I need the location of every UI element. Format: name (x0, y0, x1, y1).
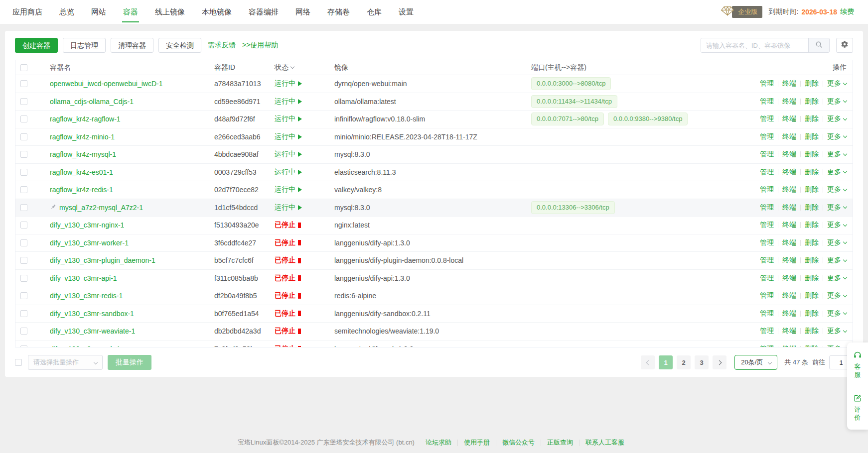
action-delete[interactable]: 删除 (805, 132, 819, 141)
action-manage[interactable]: 管理 (760, 309, 774, 318)
action-more[interactable]: 更多 (827, 238, 847, 247)
customer-service-button[interactable]: 客服 (853, 348, 862, 381)
action-manage[interactable]: 管理 (760, 221, 774, 229)
renew-link[interactable]: 续费 (840, 7, 854, 16)
action-delete[interactable]: 删除 (805, 168, 819, 177)
page-button-3[interactable]: 3 (695, 355, 709, 369)
nav-tab-7[interactable]: 容器编排 (249, 0, 279, 24)
row-checkbox[interactable] (20, 80, 27, 87)
container-name-link[interactable]: dify_v130_c3mr-sandbox-1 (50, 310, 134, 318)
action-more[interactable]: 更多 (827, 168, 847, 177)
action-manage[interactable]: 管理 (760, 327, 774, 336)
action-delete[interactable]: 删除 (805, 238, 819, 247)
nav-tab-1[interactable]: 应用商店 (12, 0, 42, 24)
batch-action-select[interactable]: 请选择批量操作 (28, 355, 103, 370)
row-checkbox[interactable] (20, 115, 27, 122)
prev-page-button[interactable] (641, 355, 655, 369)
action-terminal[interactable]: 终端 (782, 344, 796, 347)
action-more[interactable]: 更多 (827, 97, 847, 106)
action-manage[interactable]: 管理 (760, 132, 774, 141)
container-name-link[interactable]: ragflow_kr4z-minio-1 (50, 133, 115, 141)
status-badge[interactable]: 已停止 (275, 344, 301, 347)
nav-tab-9[interactable]: 存储卷 (327, 0, 350, 24)
action-manage[interactable]: 管理 (760, 203, 774, 212)
action-delete[interactable]: 删除 (805, 309, 819, 318)
container-name-link[interactable]: dify_v130_c3mr-api-1 (50, 274, 117, 282)
action-delete[interactable]: 删除 (805, 221, 819, 229)
container-name-link[interactable]: ragflow_kr4z-es01-1 (50, 168, 113, 176)
action-more[interactable]: 更多 (827, 221, 847, 229)
action-manage[interactable]: 管理 (760, 97, 774, 106)
security-check-button[interactable]: 安全检测 (158, 38, 201, 53)
status-badge[interactable]: 已停止 (275, 256, 301, 265)
action-terminal[interactable]: 终端 (782, 238, 796, 247)
container-name-link[interactable]: mysql_a7z2-mysql_A7z2-1 (59, 204, 143, 212)
nav-tab-5[interactable]: 线上镜像 (155, 0, 185, 24)
action-terminal[interactable]: 终端 (782, 114, 796, 123)
container-name-link[interactable]: ollama_cdjs-ollama_Cdjs-1 (50, 98, 134, 106)
status-badge[interactable]: 已停止 (275, 327, 301, 336)
status-badge[interactable]: 运行中 (275, 168, 302, 177)
action-more[interactable]: 更多 (827, 309, 847, 318)
action-manage[interactable]: 管理 (760, 168, 774, 177)
status-badge[interactable]: 运行中 (275, 185, 302, 194)
page-button-2[interactable]: 2 (677, 355, 691, 369)
row-checkbox[interactable] (20, 345, 27, 347)
status-badge[interactable]: 运行中 (275, 114, 302, 123)
container-name-link[interactable]: dify_v130_c3mr-nginx-1 (50, 221, 124, 229)
action-manage[interactable]: 管理 (760, 185, 774, 194)
action-more[interactable]: 更多 (827, 327, 847, 336)
row-checkbox[interactable] (20, 275, 27, 282)
clean-container-button[interactable]: 清理容器 (111, 38, 153, 53)
nav-tab-3[interactable]: 网站 (91, 0, 106, 24)
action-more[interactable]: 更多 (827, 132, 847, 141)
action-delete[interactable]: 删除 (805, 185, 819, 194)
action-delete[interactable]: 删除 (805, 114, 819, 123)
action-terminal[interactable]: 终端 (782, 132, 796, 141)
action-delete[interactable]: 删除 (805, 203, 819, 212)
page-button-1[interactable]: 1 (659, 355, 673, 369)
search-input[interactable] (701, 38, 808, 52)
action-terminal[interactable]: 终端 (782, 150, 796, 159)
action-manage[interactable]: 管理 (760, 114, 774, 123)
nav-tab-10[interactable]: 仓库 (367, 0, 382, 24)
action-terminal[interactable]: 终端 (782, 291, 796, 300)
container-name-link[interactable]: dify_v130_c3mr-web-1 (50, 345, 121, 347)
nav-tab-8[interactable]: 网络 (295, 0, 310, 24)
action-delete[interactable]: 删除 (805, 291, 819, 300)
container-name-link[interactable]: dify_v130_c3mr-redis-1 (50, 292, 123, 300)
action-more[interactable]: 更多 (827, 203, 847, 212)
container-name-link[interactable]: ragflow_kr4z-redis-1 (50, 186, 113, 194)
action-more[interactable]: 更多 (827, 150, 847, 159)
action-terminal[interactable]: 终端 (782, 79, 796, 88)
action-more[interactable]: 更多 (827, 185, 847, 194)
select-all-checkbox[interactable] (20, 64, 27, 71)
action-delete[interactable]: 删除 (805, 256, 819, 265)
action-delete[interactable]: 删除 (805, 274, 819, 283)
action-manage[interactable]: 管理 (760, 274, 774, 283)
nav-tab-2[interactable]: 总览 (59, 0, 74, 24)
row-checkbox[interactable] (20, 204, 27, 211)
action-terminal[interactable]: 终端 (782, 168, 796, 177)
action-manage[interactable]: 管理 (760, 344, 774, 347)
batch-select-all-checkbox[interactable] (15, 359, 22, 366)
action-terminal[interactable]: 终端 (782, 221, 796, 229)
footer-link-4[interactable]: 正版查询 (547, 438, 573, 447)
footer-link-3[interactable]: 微信公众号 (502, 438, 535, 447)
container-name-link[interactable]: dify_v130_c3mr-plugin_daemon-1 (50, 256, 155, 264)
action-terminal[interactable]: 终端 (782, 327, 796, 336)
footer-link-5[interactable]: 联系人工客服 (585, 438, 624, 447)
action-terminal[interactable]: 终端 (782, 97, 796, 106)
action-delete[interactable]: 删除 (805, 79, 819, 88)
container-name-link[interactable]: ragflow_kr4z-mysql-1 (50, 150, 116, 158)
action-terminal[interactable]: 终端 (782, 203, 796, 212)
action-manage[interactable]: 管理 (760, 291, 774, 300)
status-badge[interactable]: 运行中 (275, 79, 302, 88)
container-name-link[interactable]: dify_v130_c3mr-worker-1 (50, 239, 129, 247)
row-checkbox[interactable] (20, 239, 27, 246)
action-manage[interactable]: 管理 (760, 150, 774, 159)
action-terminal[interactable]: 终端 (782, 309, 796, 318)
status-badge[interactable]: 已停止 (275, 238, 301, 247)
action-terminal[interactable]: 终端 (782, 274, 796, 283)
action-delete[interactable]: 删除 (805, 97, 819, 106)
